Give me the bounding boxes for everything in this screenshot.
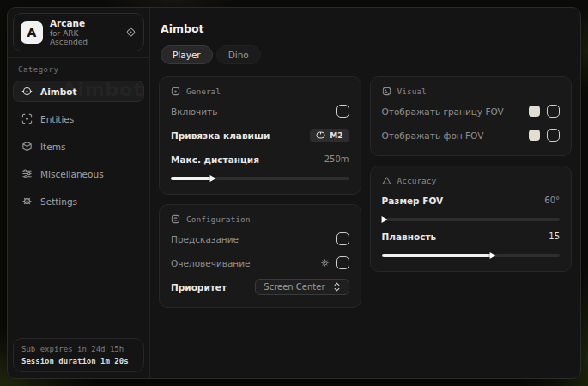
max-distance-row: Макс. дистанция 250m — [171, 150, 349, 168]
max-distance-slider[interactable] — [171, 177, 349, 180]
tab-bar: Player Dino — [161, 45, 572, 64]
sidebar-item-label: Items — [40, 142, 65, 152]
sidebar: A Arcane for ARK Ascended Category — [8, 8, 150, 378]
prediction-label: Предсказание — [171, 234, 239, 244]
sidebar-item-label: Entities — [40, 114, 74, 124]
person-target-icon — [171, 87, 180, 96]
scan-icon — [21, 113, 33, 124]
configuration-card: Configuration Предсказание Очеловечивани… — [159, 204, 361, 308]
slider-thumb[interactable] — [381, 216, 387, 223]
sub-expires-text: Sub expires in 24d 15h — [21, 345, 136, 353]
fov-size-slider[interactable] — [382, 218, 561, 221]
brand-card: A Arcane for ARK Ascended — [13, 13, 144, 51]
fov-bg-checkbox[interactable] — [547, 129, 560, 142]
triangle-icon — [382, 176, 391, 185]
fov-bg-label: Отображать фон FOV — [382, 130, 484, 141]
tab-dino[interactable]: Dino — [216, 45, 261, 64]
fov-size-row: Размер FOV 60° — [382, 191, 561, 209]
max-distance-label: Макс. дистанция — [171, 154, 259, 165]
accuracy-card: Accuracy Размер FOV 60° Плавность 15 — [370, 166, 573, 272]
keybind-row: Привязка клавиши M2 — [171, 126, 349, 144]
max-distance-value: 250m — [324, 154, 349, 164]
visual-card: Visual Отображать границу FOV Отображать… — [370, 76, 573, 156]
slider-thumb[interactable] — [490, 252, 496, 259]
priority-row: Приоритет Screen Center — [171, 278, 349, 296]
gear-icon[interactable] — [320, 258, 330, 268]
main-content: Aimbot Player Dino General — [150, 8, 580, 378]
fov-size-value: 60° — [544, 196, 560, 205]
smoothness-slider[interactable] — [382, 254, 561, 257]
enable-label: Включить — [171, 106, 217, 117]
app-window: A Arcane for ARK Ascended Category — [7, 7, 581, 379]
smoothness-value: 15 — [549, 232, 560, 241]
card-title: General — [186, 87, 221, 96]
card-grid: General Включить Привязка клавиши — [159, 76, 572, 308]
unfold-chevrons-icon — [333, 282, 341, 292]
tab-player[interactable]: Player — [161, 45, 213, 64]
fov-border-label: Отображать границу FOV — [382, 106, 504, 117]
fov-border-row: Отображать границу FOV — [382, 102, 561, 120]
card-title: Visual — [397, 87, 427, 96]
sidebar-item-aimbot[interactable]: Aimbot Aimbot — [13, 81, 144, 102]
card-title: Configuration — [186, 214, 250, 224]
keybind-button[interactable]: M2 — [310, 129, 349, 142]
prediction-checkbox[interactable] — [336, 232, 349, 245]
divider — [8, 57, 149, 58]
enable-checkbox[interactable] — [336, 105, 349, 118]
keybind-value: M2 — [330, 131, 342, 140]
smoothness-row: Плавность 15 — [382, 227, 561, 245]
prediction-row: Предсказание — [171, 230, 349, 248]
brand-logo: A — [21, 21, 43, 44]
mouse-icon — [316, 131, 325, 139]
sidebar-item-entities[interactable]: Entities — [13, 108, 144, 130]
humanize-row: Очеловечивание — [171, 254, 349, 272]
sidebar-item-label: Miscellaneous — [40, 169, 104, 179]
subscription-info-card: Sub expires in 24d 15h Session duration … — [13, 338, 144, 372]
sidebar-item-label: Aimbot — [40, 87, 76, 97]
priority-label: Приоритет — [171, 282, 227, 293]
humanize-checkbox[interactable] — [336, 256, 349, 269]
humanize-label: Очеловечивание — [171, 258, 251, 268]
session-duration-text: Session duration 1m 20s — [21, 357, 136, 365]
tune-icon — [171, 214, 180, 224]
priority-select[interactable]: Screen Center — [255, 279, 349, 295]
priority-value: Screen Center — [264, 282, 324, 292]
box-icon — [21, 141, 33, 152]
category-label: Category — [18, 65, 139, 74]
sidebar-item-settings[interactable]: Settings — [13, 190, 144, 212]
crosshair-icon — [21, 86, 33, 97]
fov-bg-row: Отображать фон FOV — [382, 126, 561, 144]
brand-subtitle: for ARK Ascended — [50, 29, 118, 46]
fov-border-color-swatch[interactable] — [529, 106, 540, 117]
sidebar-item-label: Settings — [40, 196, 77, 207]
brand-name: Arcane — [50, 18, 118, 28]
slider-thumb[interactable] — [209, 175, 215, 182]
fov-bg-color-swatch[interactable] — [529, 130, 540, 141]
keybind-label: Привязка клавиши — [171, 130, 270, 141]
sidebar-item-items[interactable]: Items — [13, 136, 144, 157]
sidebar-nav: Aimbot Aimbot Entities — [13, 81, 144, 212]
gear-icon — [21, 196, 33, 207]
image-icon — [382, 87, 391, 96]
smoothness-label: Плавность — [382, 232, 437, 242]
sliders-icon — [21, 168, 33, 179]
page-title: Aimbot — [161, 22, 572, 35]
fov-size-label: Размер FOV — [382, 196, 444, 206]
diamond-target-icon[interactable] — [125, 27, 136, 38]
sidebar-item-miscellaneous[interactable]: Miscellaneous — [13, 163, 144, 184]
card-title: Accuracy — [397, 176, 437, 185]
enable-row: Включить — [171, 102, 349, 120]
fov-border-checkbox[interactable] — [547, 105, 560, 118]
general-card: General Включить Привязка клавиши — [159, 76, 361, 195]
